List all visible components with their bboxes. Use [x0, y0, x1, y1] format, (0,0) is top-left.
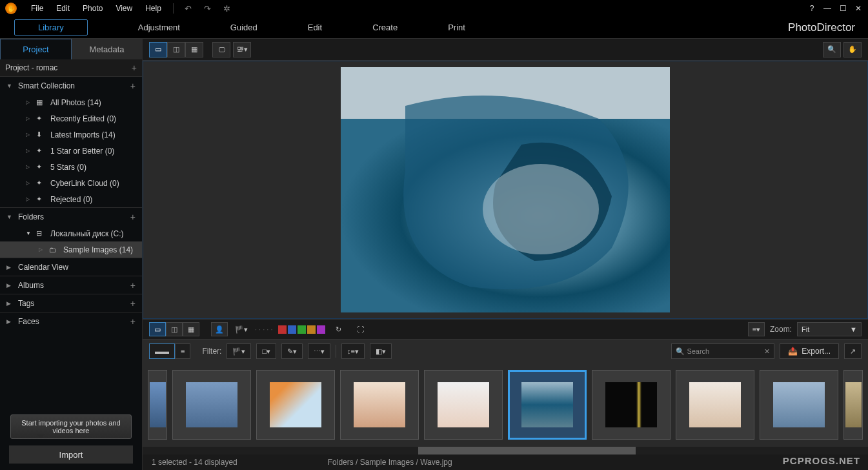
module-edit[interactable]: Edit: [308, 19, 322, 36]
crop-icon[interactable]: ⛶: [352, 322, 369, 336]
help-icon[interactable]: ?: [807, 4, 816, 13]
add-album-icon[interactable]: +: [130, 280, 136, 291]
flag-icon[interactable]: 🏴▾: [233, 322, 250, 336]
section-calendar[interactable]: ▶Calendar View: [0, 258, 142, 276]
clear-search-icon[interactable]: ✕: [764, 347, 770, 356]
thumbnail-partial-left[interactable]: [148, 370, 167, 440]
thumb-image: [438, 382, 489, 427]
add-folder-icon[interactable]: +: [130, 212, 136, 222]
view-grid-icon[interactable]: ▦: [185, 42, 203, 57]
tree-cloud[interactable]: ▷✦CyberLink Cloud (0): [0, 175, 142, 191]
menu-file[interactable]: File: [25, 4, 50, 13]
filter-label-color[interactable]: □▾: [256, 343, 276, 359]
tree-recently-edited[interactable]: ▷✦Recently Edited (0): [0, 110, 142, 127]
menu-help[interactable]: Help: [139, 4, 168, 13]
search-input[interactable]: 🔍 Search ✕: [671, 343, 774, 359]
module-print[interactable]: Print: [448, 19, 465, 36]
add-face-icon[interactable]: +: [130, 316, 136, 327]
layout-list-icon[interactable]: ≡: [175, 343, 190, 359]
svg-point-2: [483, 164, 599, 254]
share-icon[interactable]: ↗: [844, 343, 862, 359]
thumb-large-icon[interactable]: ▭: [149, 322, 166, 336]
thumb-split-icon[interactable]: ◫: [166, 322, 183, 336]
import-button[interactable]: Import: [9, 445, 133, 464]
section-folders[interactable]: ▼ Folders +: [0, 207, 142, 225]
menu-edit[interactable]: Edit: [50, 4, 76, 13]
thumb-grid-icon[interactable]: ▦: [183, 322, 199, 336]
tree-latest-imports[interactable]: ▷⬇Latest Imports (14): [0, 127, 142, 143]
rotate-icon[interactable]: ↻: [330, 322, 347, 336]
section-smart-collection[interactable]: ▼ Smart Collection +: [0, 76, 142, 94]
zoom-icon[interactable]: 🔍: [823, 42, 841, 57]
thumbnail[interactable]: [424, 370, 503, 440]
tab-project[interactable]: Project: [0, 39, 72, 59]
add-tag-icon[interactable]: +: [130, 298, 136, 309]
scroll-thumb[interactable]: [418, 447, 636, 455]
main-image: [341, 67, 670, 312]
section-albums[interactable]: ▶Albums+: [0, 276, 142, 294]
undo-icon[interactable]: ↶: [183, 3, 194, 14]
sort-icon[interactable]: ≡▾: [748, 322, 765, 336]
thumbnail[interactable]: [592, 370, 671, 440]
tree-sample-images[interactable]: ▷🗀Sample Images (14): [0, 241, 142, 258]
filter-edit[interactable]: ✎▾: [281, 343, 303, 359]
color-swatch[interactable]: [307, 325, 316, 334]
thumbnail[interactable]: [508, 370, 587, 440]
thumbnail[interactable]: [340, 370, 419, 440]
thumbnail-strip[interactable]: [143, 363, 868, 447]
view-monitor-icon[interactable]: 🖵: [212, 42, 230, 57]
color-swatch[interactable]: [298, 325, 306, 334]
tree-label: Локальный диск (C:): [50, 229, 124, 238]
thumbnail[interactable]: [172, 370, 251, 440]
add-project-icon[interactable]: +: [132, 63, 137, 73]
color-swatch[interactable]: [278, 325, 287, 334]
color-swatch[interactable]: [288, 325, 296, 334]
menu-photo[interactable]: Photo: [76, 4, 109, 13]
layout-strip-icon[interactable]: ▬▬: [149, 343, 175, 359]
module-adjustment[interactable]: Adjustment: [138, 19, 180, 36]
thumb-scrollbar[interactable]: [143, 447, 868, 455]
menu-view[interactable]: View: [109, 4, 139, 13]
module-library[interactable]: Library: [14, 19, 88, 36]
image-viewer[interactable]: [143, 61, 868, 319]
section-faces[interactable]: ▶Faces+: [0, 312, 142, 330]
tab-metadata[interactable]: Metadata: [72, 39, 142, 59]
sort-order[interactable]: ↕≡▾: [341, 343, 365, 359]
status-bar: 1 selected - 14 displayed Folders / Samp…: [143, 455, 868, 470]
module-create[interactable]: Create: [372, 19, 398, 36]
zoom-select[interactable]: Fit▼: [797, 322, 862, 336]
star-rating[interactable]: · · · · ·: [255, 325, 273, 333]
export-button[interactable]: 📤 Export...: [780, 343, 839, 359]
section-tags[interactable]: ▶Tags+: [0, 294, 142, 312]
face-tag-icon[interactable]: 👤: [211, 322, 228, 336]
tree-all-photos[interactable]: ▷▦All Photos (14): [0, 94, 142, 110]
thumbnail[interactable]: [676, 370, 754, 440]
view-single-icon[interactable]: ▭: [149, 42, 167, 57]
filter-flag[interactable]: 🏴▾: [227, 343, 251, 359]
tree-rejected[interactable]: ▷✦Rejected (0): [0, 191, 142, 207]
tree-1-star[interactable]: ▷✦1 Star or Better (0): [0, 143, 142, 159]
thumbnail[interactable]: [760, 370, 838, 440]
tree-drive-c[interactable]: ▼⊟Локальный диск (C:): [0, 225, 142, 241]
minimize-icon[interactable]: —: [823, 4, 832, 13]
view-compare-icon[interactable]: ◫: [167, 42, 185, 57]
pan-icon[interactable]: ✋: [843, 42, 862, 57]
redo-icon[interactable]: ↷: [202, 3, 214, 14]
thumbnail[interactable]: [256, 370, 335, 440]
drive-icon: ⊟: [36, 229, 46, 238]
color-swatch[interactable]: [317, 325, 325, 334]
status-path: Folders / Sample Images / Wave.jpg: [328, 458, 452, 467]
thumbnail-partial-right[interactable]: [843, 370, 863, 440]
settings-icon[interactable]: ✲: [221, 3, 233, 14]
sparkle-icon: ✦: [36, 114, 46, 123]
project-header-row[interactable]: Project - romac +: [0, 59, 142, 76]
add-collection-icon[interactable]: +: [130, 81, 136, 91]
maximize-icon[interactable]: ☐: [838, 4, 847, 13]
module-guided[interactable]: Guided: [230, 19, 257, 36]
filter-face[interactable]: ◧▾: [370, 343, 392, 359]
view-display-icon[interactable]: 🖳▾: [233, 42, 251, 57]
color-labels[interactable]: [278, 325, 325, 334]
filter-more[interactable]: ⋯▾: [308, 343, 330, 359]
tree-5-stars[interactable]: ▷✦5 Stars (0): [0, 159, 142, 175]
close-icon[interactable]: ✕: [854, 4, 863, 13]
